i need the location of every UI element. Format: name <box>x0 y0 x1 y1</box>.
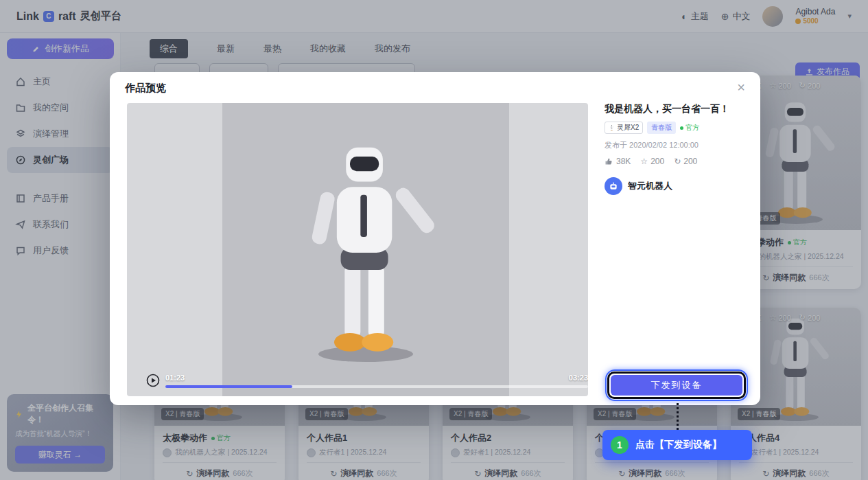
modal-title: 作品预览 <box>125 82 166 95</box>
tutorial-tooltip: 1 点击【下发到设备】 <box>602 430 752 460</box>
close-icon[interactable]: × <box>737 80 745 94</box>
tutorial-spotlight: 下发到设备 <box>605 369 748 401</box>
work-stats: 38K ☆200 ↻200 <box>605 157 743 166</box>
current-time: 01:23 <box>165 374 185 382</box>
tutorial-connector-line <box>677 403 679 430</box>
progress-area: 01:23 03:23 <box>165 374 588 388</box>
star-count: ☆200 <box>640 157 664 166</box>
model-tag: 灵犀X2 <box>605 122 643 134</box>
share-count: ↻200 <box>674 157 697 166</box>
like-count: 38K <box>605 157 631 166</box>
tag-row: 灵犀X2 青春版 官方 <box>605 122 743 134</box>
author-name: 智元机器人 <box>628 180 672 192</box>
author-avatar <box>605 177 622 195</box>
progress-bar[interactable] <box>165 385 588 388</box>
app-window: Link C raft 灵创平台 ◐ 主题 ⊕ 中文 Agibot Ada 50… <box>0 0 868 480</box>
robot-icon <box>609 125 615 131</box>
deploy-to-device-button[interactable]: 下发到设备 <box>611 375 742 396</box>
video-player[interactable]: 01:23 03:23 <box>127 103 588 396</box>
work-info-panel: 我是机器人，买一台省一百！ 灵犀X2 青春版 官方 发布于 2020/02/02… <box>605 103 743 396</box>
robot-figure <box>287 142 445 363</box>
tutorial-step-badge: 1 <box>611 436 629 454</box>
total-time: 03:23 <box>569 374 588 382</box>
star-icon: ☆ <box>640 157 648 166</box>
edition-tag: 青春版 <box>647 122 676 134</box>
author-row: 智元机器人 <box>605 177 743 195</box>
official-badge: 官方 <box>680 123 699 133</box>
play-icon[interactable] <box>146 374 160 387</box>
work-preview-modal: 作品预览 × 01:23 03:23 我是机器人，买一台 <box>110 72 760 405</box>
player-controls: 01:23 03:23 <box>146 374 588 388</box>
progress-fill <box>165 385 292 388</box>
spotlight-ring: 下发到设备 <box>607 372 746 399</box>
robot-head-icon <box>608 181 619 192</box>
official-dot-icon <box>680 126 683 130</box>
share-icon: ↻ <box>674 157 681 166</box>
tutorial-text: 点击【下发到设备】 <box>635 439 722 451</box>
publish-date: 发布于 2020/02/02 12:00:00 <box>605 140 743 150</box>
video-frame <box>222 103 509 396</box>
thumb-up-icon <box>605 157 613 166</box>
work-title: 我是机器人，买一台省一百！ <box>605 103 743 115</box>
